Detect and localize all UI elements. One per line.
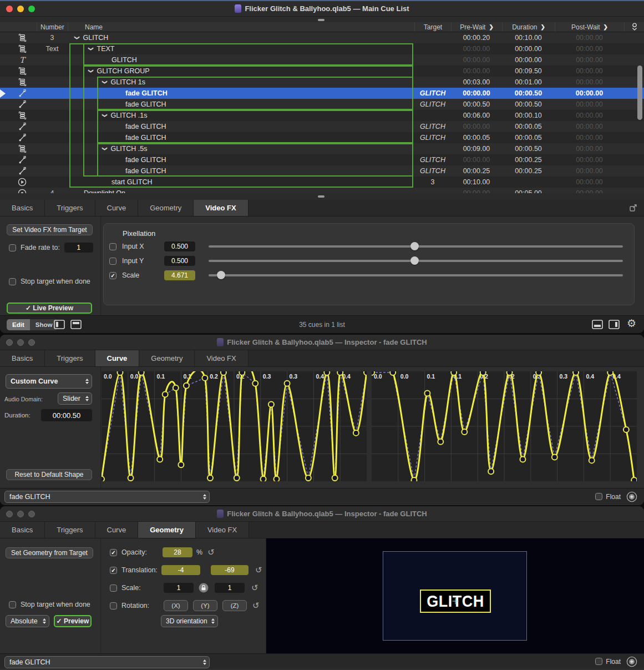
postwait-value[interactable]: 00:00.00 [555,132,624,143]
cue-row[interactable]: GLITCH 1s00:03.0000:01.0000:00.00 [0,77,644,88]
postwait-value[interactable]: 00:00.00 [555,43,624,54]
cue-name[interactable]: TEXT [68,43,414,54]
cue-list-header[interactable]: Number Name Target Pre-Wait Duration Pos… [0,22,644,32]
disclosure-chevron-icon[interactable] [88,47,94,51]
prewait-value[interactable]: 00:09.00 [451,143,502,154]
duration-value[interactable]: 00:10.00 [502,32,555,43]
postwait-value[interactable]: 00:00.00 [555,88,624,99]
number-column-header[interactable]: Number [37,22,68,32]
right-panel-toggle-icon[interactable] [608,320,620,331]
tab-geometry[interactable]: Geometry [138,200,194,216]
postwait-value[interactable]: 00:00.00 [555,66,624,77]
tab-curve[interactable]: Curve [95,200,139,216]
w1-titlebar[interactable]: Flicker Glitch & Ballyhoo.qlab5 — Main C… [0,1,644,17]
tab-triggers[interactable]: Triggers [45,200,95,216]
scale-checkbox[interactable] [109,272,116,279]
name-column-header[interactable]: Name [68,22,414,32]
tab-basics[interactable]: Basics [0,350,45,366]
cue-name[interactable]: GLITCH [68,32,414,43]
edit-show-segmented-control[interactable]: Edit Show [7,319,58,330]
close-button[interactable] [6,339,13,346]
cue-row[interactable]: start GLITCH300:10.0000:00.00 [0,177,644,188]
fade-rate-checkbox[interactable] [9,244,16,251]
postwait-value[interactable]: 00:00.00 [555,110,624,121]
cue-row[interactable]: fade GLITCHGLITCH00:00.0500:00.0500:00.0… [0,132,644,143]
popout-icon[interactable] [629,204,637,214]
postwait-value[interactable]: 00:00.00 [555,99,624,110]
traffic-lights[interactable] [6,6,35,12]
tab-curve[interactable]: Curve [95,350,140,366]
lock-icon[interactable] [199,583,209,593]
rotate-y-button[interactable]: (Y) [193,600,217,611]
cue-row[interactable]: fade GLITCHGLITCH00:00.2500:00.2500:00.0… [0,165,644,177]
postwait-value[interactable]: 00:00.00 [555,143,624,154]
minimize-button[interactable] [17,511,24,517]
postwait-value[interactable]: 00:00.00 [555,165,624,177]
target-column-header[interactable]: Target [414,22,451,32]
rotation-checkbox[interactable] [110,602,117,609]
duration-value[interactable]: 00:00.50 [502,99,555,110]
gear-icon[interactable]: ⚙ [627,319,636,329]
minimize-button[interactable] [17,6,24,12]
postwait-value[interactable]: 00:00.00 [555,77,624,88]
prewait-column-header[interactable]: Pre-Wait [451,22,502,32]
duration-field[interactable]: 00:00.50 [41,409,92,421]
cue-row[interactable]: TextTEXT00:00.0000:00.0000:00.00 [0,43,644,54]
postwait-value[interactable]: 00:00.00 [555,154,624,165]
top-panel-toggle-icon[interactable] [70,320,82,331]
duration-value[interactable]: 00:00.50 [502,143,555,154]
cue-row[interactable]: fade GLITCHGLITCH00:00.5000:00.5000:00.0… [0,99,644,110]
edit-mode-button[interactable]: Edit [7,319,30,330]
set-video-fx-button[interactable]: Set Video FX from Target [7,224,93,235]
prewait-value[interactable]: 00:00.00 [451,43,502,54]
splitter-handle[interactable] [0,17,644,22]
stop-target-checkbox[interactable] [9,601,16,608]
translation-checkbox[interactable] [110,567,117,574]
prewait-value[interactable]: 00:00.20 [451,32,502,43]
input-x-checkbox[interactable] [109,243,116,250]
stop-target-checkbox[interactable] [9,278,16,285]
orientation-select[interactable]: 3D orientation [161,615,218,627]
translation-x-field[interactable]: -4 [161,565,200,575]
live-preview-button[interactable]: ✓ Live Preview [7,303,92,314]
cue-name[interactable]: Downlight On [68,188,414,193]
rotate-z-button[interactable]: (Z) [222,600,247,611]
duration-value[interactable]: 00:00.10 [502,110,555,121]
close-button[interactable] [6,511,13,517]
prewait-value[interactable]: 00:00.50 [451,99,502,110]
glitch-text-bounding-box[interactable]: GLITCH [420,590,491,613]
curve-type-select[interactable]: Custom Curve [6,374,92,389]
prewait-value[interactable]: 00:00.00 [451,88,502,99]
cue-name[interactable]: fade GLITCH [68,154,414,165]
reset-default-shape-button[interactable]: Reset to Default Shape [6,469,92,480]
duration-value[interactable]: 00:00.05 [502,132,555,143]
float-checkbox[interactable] [595,493,602,500]
slider-handle[interactable] [410,242,419,250]
input-y-field[interactable]: 0.500 [164,256,195,266]
duration-value[interactable]: 00:00.50 [502,88,555,99]
prewait-value[interactable]: 00:00.00 [451,154,502,165]
cue-selector-dropdown[interactable]: fade GLITCH [4,656,210,668]
duration-value[interactable]: 00:05.00 [502,188,555,193]
preview-button[interactable]: ✓ Preview [54,615,92,627]
cue-name[interactable]: fade GLITCH [68,132,414,143]
tab-triggers[interactable]: Triggers [45,522,95,538]
zoom-button[interactable] [28,6,35,12]
cue-name[interactable]: start GLITCH [68,177,414,188]
reset-icon[interactable]: ↺ [207,548,215,556]
disclosure-chevron-icon[interactable] [88,69,94,73]
zoom-button[interactable] [28,511,35,517]
fade-curve-plot-left[interactable]: 0.00.00.10.10.20.20.30.30.40.4 [102,371,367,481]
cue-selector-dropdown[interactable]: fade GLITCH [4,491,210,503]
postwait-value[interactable]: 00:00.00 [555,188,624,193]
cue-name[interactable]: GLITCH .1s [68,110,414,121]
input-y-checkbox[interactable] [109,258,116,265]
prewait-value[interactable]: 00:00.25 [451,165,502,177]
audio-domain-select[interactable]: Slider [58,392,92,405]
duration-value[interactable]: 00:00.25 [502,165,555,177]
cue-name[interactable]: fade GLITCH [68,165,414,177]
cue-name[interactable]: GLITCH 1s [68,77,414,88]
slider-handle[interactable] [410,256,419,265]
prewait-value[interactable]: 00:00.00 [451,188,502,193]
prewait-value[interactable]: 00:03.00 [451,77,502,88]
